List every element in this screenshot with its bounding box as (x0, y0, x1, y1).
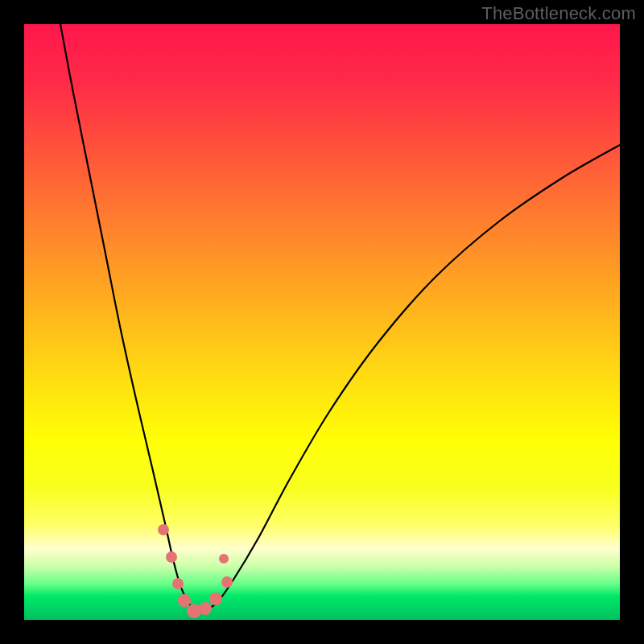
chart-plot-area (24, 24, 620, 620)
chart-svg (24, 24, 620, 620)
curve-marker (172, 578, 184, 589)
watermark-text: TheBottleneck.com (481, 3, 636, 24)
curve-marker (221, 576, 233, 588)
bottleneck-curve (60, 24, 620, 613)
curve-marker (178, 594, 191, 607)
curve-marker (158, 524, 169, 535)
curve-marker (199, 602, 212, 615)
curve-marker (209, 592, 222, 605)
curve-marker (187, 604, 201, 618)
curve-marker (219, 554, 229, 564)
curve-marker (166, 551, 177, 563)
